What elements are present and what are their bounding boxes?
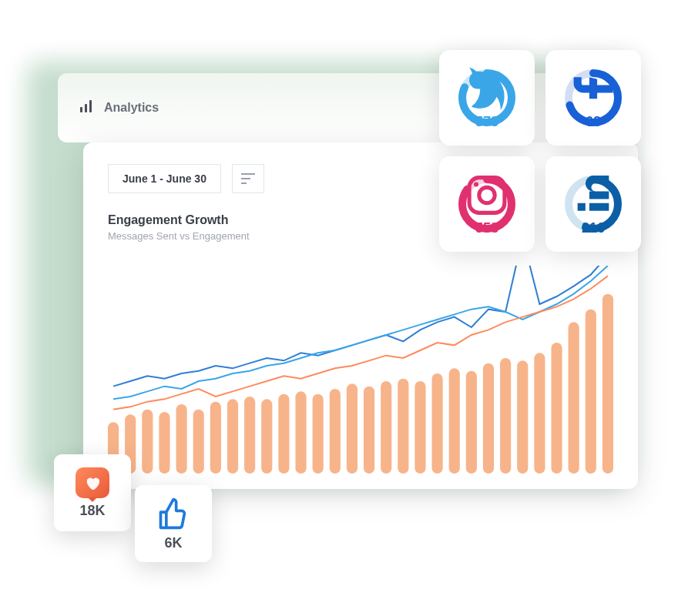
svg-rect-28	[483, 363, 494, 474]
svg-rect-29	[500, 358, 511, 474]
svg-rect-19	[330, 389, 341, 474]
svg-rect-26	[449, 368, 460, 474]
svg-rect-31	[534, 353, 545, 474]
svg-rect-33	[569, 322, 579, 474]
thumbs-card: 6K	[135, 485, 212, 562]
svg-rect-21	[364, 387, 374, 474]
svg-rect-8	[142, 410, 153, 474]
svg-rect-2	[89, 100, 92, 112]
linkedin-icon	[570, 163, 617, 228]
svg-rect-4	[241, 178, 250, 179]
svg-rect-16	[278, 394, 289, 474]
svg-rect-11	[193, 410, 204, 474]
svg-rect-35	[602, 294, 613, 474]
svg-rect-20	[347, 383, 357, 474]
svg-rect-1	[85, 104, 87, 112]
svg-rect-27	[466, 371, 477, 474]
social-stats-grid: 573 68 558 216	[439, 50, 641, 252]
svg-rect-5	[241, 182, 247, 184]
svg-point-43	[479, 187, 495, 203]
instagram-stat-card: 558	[439, 156, 535, 252]
heart-icon	[76, 467, 109, 498]
facebook-stat-card: 68	[545, 50, 641, 146]
page-title: Analytics	[104, 101, 159, 115]
svg-rect-13	[227, 399, 238, 474]
svg-rect-22	[381, 381, 391, 474]
svg-rect-17	[295, 391, 306, 474]
svg-rect-23	[398, 379, 408, 474]
svg-rect-3	[241, 173, 255, 175]
svg-rect-14	[244, 397, 255, 474]
svg-rect-25	[432, 373, 443, 474]
thumbs-up-icon	[156, 497, 190, 531]
svg-rect-34	[586, 310, 596, 474]
twitter-stat-card: 573	[439, 50, 535, 146]
instagram-icon	[464, 163, 511, 228]
filter-icon	[241, 173, 255, 184]
svg-rect-10	[176, 404, 187, 474]
thumbs-value: 6K	[164, 535, 182, 551]
engagement-chart	[99, 266, 623, 474]
linkedin-stat-card: 216	[545, 156, 641, 252]
svg-rect-12	[210, 402, 221, 474]
svg-rect-32	[551, 343, 562, 474]
svg-rect-24	[415, 381, 425, 474]
svg-rect-0	[80, 107, 82, 112]
svg-rect-9	[159, 412, 170, 474]
svg-point-44	[474, 182, 478, 186]
bar-chart-icon	[79, 99, 93, 116]
svg-rect-15	[261, 399, 272, 474]
date-range-picker[interactable]: June 1 - June 30	[108, 164, 221, 193]
likes-card: 18K	[54, 454, 131, 531]
svg-rect-30	[517, 360, 528, 474]
twitter-icon	[464, 57, 511, 122]
likes-value: 18K	[79, 503, 105, 519]
filter-button[interactable]	[232, 164, 264, 193]
facebook-icon	[570, 57, 617, 122]
svg-rect-18	[313, 394, 324, 474]
